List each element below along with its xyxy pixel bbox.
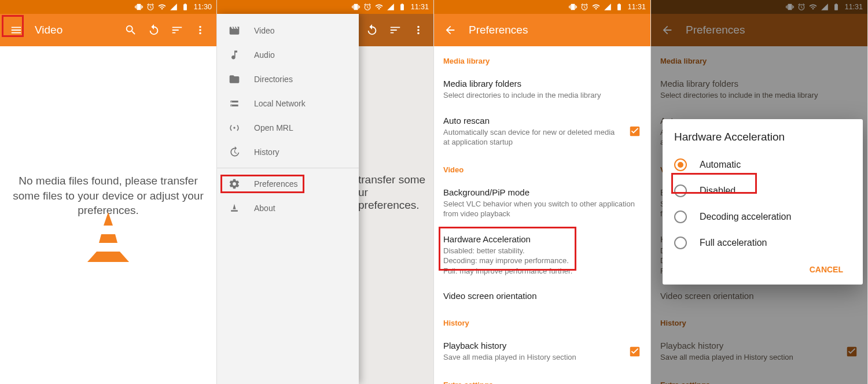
drawer-item-history[interactable]: History (217, 140, 359, 164)
drawer-label: Directories (254, 75, 293, 84)
pref-summary: Automatically scan device for new or del… (443, 127, 619, 147)
back-button[interactable] (439, 19, 462, 42)
overflow-menu-button[interactable] (189, 19, 212, 42)
svg-rect-6 (231, 210, 238, 212)
drawer-label: Local Network (254, 99, 306, 108)
panel-preferences: 11:31 Preferences Media library Media li… (434, 0, 651, 384)
app-bar: Video (0, 14, 216, 46)
navigation-drawer: Video Audio Directories Local Network Op… (217, 14, 359, 384)
vlc-cone-icon (85, 211, 131, 265)
alarm-icon (146, 3, 155, 11)
svg-marker-0 (104, 212, 113, 226)
battery-icon (181, 3, 189, 11)
pref-summary: Save all media played in History section (443, 352, 619, 363)
overflow-menu-button[interactable] (408, 20, 429, 40)
radio-option-disabled[interactable]: Disabled (672, 178, 854, 204)
radio-option-decoding[interactable]: Decoding acceleration (672, 204, 854, 230)
pref-hardware-acceleration[interactable]: Hardware Acceleration Disabled: better s… (434, 227, 650, 284)
cancel-button[interactable]: CANCEL (804, 260, 849, 279)
pref-title: Playback history (443, 341, 619, 350)
panel-video-empty: 11:30 Video No media files found, please… (0, 0, 217, 384)
drawer-item-local-network[interactable]: Local Network (217, 91, 359, 116)
drawer-label: About (254, 204, 275, 213)
app-bar-title: Preferences (469, 24, 646, 36)
app-bar-title: Video (35, 24, 119, 36)
signal-icon (604, 3, 612, 11)
radio-unselected-icon (674, 237, 687, 249)
pref-title: Media library folders (443, 79, 641, 88)
pref-summary: Select directories to include in the med… (443, 90, 641, 101)
drawer-item-video[interactable]: Video (217, 19, 359, 43)
battery-icon (615, 3, 623, 11)
radio-label: Automatic (700, 160, 741, 170)
status-time: 11:30 (194, 3, 212, 11)
refresh-button[interactable] (142, 19, 165, 42)
pref-title: Video screen orientation (443, 291, 641, 301)
svg-marker-3 (97, 243, 120, 252)
gear-icon (227, 178, 241, 190)
radio-unselected-icon (674, 184, 687, 197)
radio-selected-icon (674, 158, 687, 171)
sort-button[interactable] (165, 19, 189, 42)
stream-icon (227, 122, 241, 134)
status-bar: 11:31 (434, 0, 650, 14)
pref-media-folders[interactable]: Media library folders Select directories… (434, 71, 650, 108)
wifi-icon (375, 3, 383, 11)
section-video: Video (434, 155, 650, 180)
checkbox-checked-icon[interactable] (628, 125, 641, 138)
svg-marker-1 (101, 226, 115, 234)
hardware-acceleration-dialog: Hardware Acceleration Automatic Disabled… (663, 119, 863, 285)
preferences-list[interactable]: Media library Media library folders Sele… (434, 46, 650, 384)
signal-icon (387, 3, 395, 11)
vibrate-icon (569, 3, 577, 11)
vibrate-icon (352, 3, 360, 11)
pref-summary: Select VLC behavior when you switch to o… (443, 199, 641, 219)
drawer-item-about[interactable]: About (217, 196, 359, 220)
folder-icon (227, 73, 241, 85)
radio-option-full[interactable]: Full acceleration (672, 230, 854, 256)
sort-button[interactable] (385, 20, 406, 40)
empty-text-under: transfer some ur preferences. (358, 173, 433, 212)
drawer-label: Audio (254, 50, 275, 60)
drawer-item-directories[interactable]: Directories (217, 67, 359, 91)
radio-label: Decoding acceleration (700, 212, 791, 222)
pref-auto-rescan[interactable]: Auto rescan Automatically scan device fo… (434, 108, 650, 155)
drawer-item-preferences[interactable]: Preferences (217, 172, 359, 196)
dialog-title: Hardware Acceleration (672, 131, 854, 143)
status-time: 11:31 (628, 3, 646, 11)
battery-icon (398, 3, 406, 11)
history-icon (227, 146, 241, 158)
section-media-library: Media library (434, 46, 650, 71)
panel-drawer-open: 11:31 transfer some ur preferences. Vide… (217, 0, 434, 384)
pref-screen-orientation[interactable]: Video screen orientation (434, 283, 650, 308)
pref-background-pip[interactable]: Background/PiP mode Select VLC behavior … (434, 180, 650, 227)
checkbox-checked-icon[interactable] (628, 345, 641, 358)
music-note-icon (227, 49, 241, 61)
pref-title: Hardware Acceleration (443, 234, 641, 244)
radio-unselected-icon (674, 211, 687, 223)
search-button[interactable] (119, 19, 142, 42)
signal-icon (170, 3, 178, 11)
vibrate-icon (135, 3, 143, 11)
wifi-icon (592, 3, 600, 11)
drawer-item-audio[interactable]: Audio (217, 43, 359, 67)
status-bar: 11:30 (0, 0, 216, 14)
radio-label: Disabled (700, 186, 735, 196)
alarm-icon (580, 3, 589, 11)
radio-label: Full acceleration (700, 238, 767, 248)
drawer-label: Video (254, 26, 275, 35)
drawer-label: History (254, 147, 279, 157)
pref-title: Auto rescan (443, 116, 619, 125)
pref-playback-history[interactable]: Playback history Save all media played i… (434, 333, 650, 370)
pref-summary: Disabled: better stability. Decoding: ma… (443, 246, 641, 276)
alarm-icon (363, 3, 372, 11)
hamburger-menu-button[interactable] (5, 19, 28, 42)
pref-title: Background/PiP mode (443, 187, 641, 197)
wifi-icon (158, 3, 166, 11)
refresh-button[interactable] (362, 20, 382, 40)
drawer-label: Preferences (254, 179, 297, 189)
radio-option-automatic[interactable]: Automatic (672, 152, 854, 178)
status-time: 11:31 (411, 3, 429, 11)
drawer-item-open-mrl[interactable]: Open MRL (217, 116, 359, 140)
svg-marker-4 (87, 252, 129, 262)
